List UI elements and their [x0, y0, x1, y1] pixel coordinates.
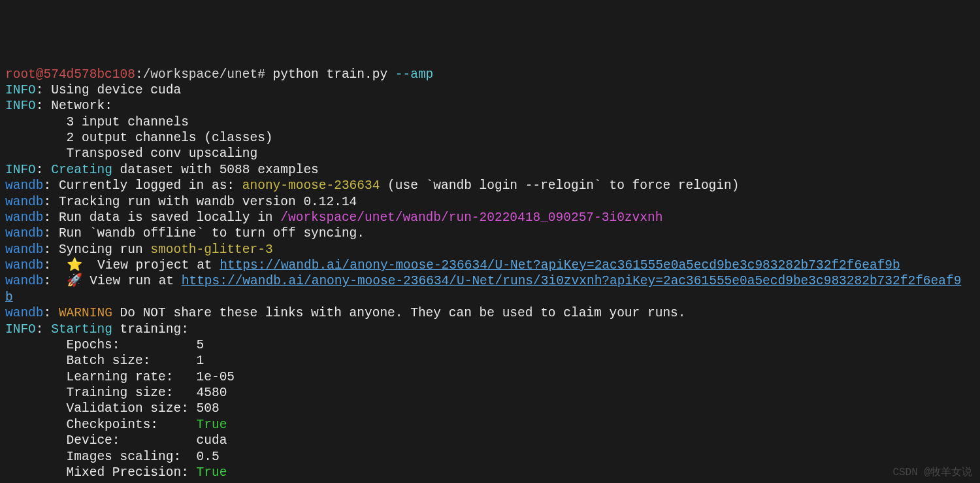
- param-val: 508: [197, 401, 220, 416]
- param-line: Checkpoints: True: [5, 418, 227, 432]
- viewrun-link[interactable]: https://wandb.ai/anony-moose-236634/U-Ne…: [182, 274, 962, 288]
- network-detail: 3 input channels: [5, 115, 189, 129]
- param-key: Batch size:: [5, 354, 197, 368]
- param-line: Batch size: 1: [5, 354, 204, 368]
- rundata-path: /workspace/unet/wandb/run-20220418_09025…: [280, 210, 662, 225]
- info-line: INFO: Network:: [5, 99, 112, 113]
- network-detail: Transposed conv upscaling: [5, 146, 257, 161]
- colon: :: [36, 83, 51, 97]
- info-label: INFO: [5, 322, 36, 337]
- param-val: 5: [197, 338, 204, 352]
- info-line: INFO: Starting training:: [5, 322, 189, 337]
- terminal: root@574d578bc108:/workspace/unet# pytho…: [5, 67, 975, 484]
- colon: :: [36, 163, 51, 177]
- param-key: Checkpoints:: [5, 418, 197, 432]
- info-line: INFO: Using device cuda: [5, 83, 181, 97]
- param-line: Training size: 4580: [5, 386, 227, 400]
- info-network-text: Network:: [51, 99, 112, 113]
- prompt-line: root@574d578bc108:/workspace/unet# pytho…: [5, 67, 433, 82]
- command-flag: --amp: [395, 67, 434, 82]
- info-label: INFO: [5, 99, 36, 113]
- param-key: Training size:: [5, 386, 197, 400]
- param-line: Images scaling: 0.5: [5, 450, 220, 464]
- wandb-line: wandb: Currently logged in as: anony-moo…: [5, 178, 739, 193]
- wandb-label: wandb: [5, 226, 44, 241]
- wandb-label: wandb: [5, 242, 44, 257]
- colon: :: [44, 226, 59, 241]
- wandb-label: wandb: [5, 258, 44, 273]
- wandb-line: wandb: 🚀 View run at https://wandb.ai/an…: [5, 274, 961, 288]
- command-text: python train.py: [265, 67, 395, 82]
- param-val: 1: [197, 354, 204, 368]
- rundata-pre: Run data is saved locally in: [59, 210, 280, 225]
- login-pre: Currently logged in as:: [59, 178, 242, 193]
- colon: :: [36, 99, 51, 113]
- wandb-label: wandb: [5, 306, 44, 320]
- param-line: Validation size: 508: [5, 401, 220, 416]
- login-user: anony-moose-236634: [242, 178, 380, 193]
- param-key: Images scaling:: [5, 450, 197, 464]
- param-val: 0.5: [197, 450, 220, 464]
- sync-pre: Syncing run: [59, 242, 150, 257]
- param-key: Learning rate:: [5, 370, 197, 384]
- warning-rest: Do NOT share these links with anyone. Th…: [112, 306, 686, 320]
- colon: :: [44, 178, 59, 193]
- wandb-label: wandb: [5, 274, 44, 288]
- viewproj-link[interactable]: https://wandb.ai/anony-moose-236634/U-Ne…: [220, 258, 900, 273]
- param-val: cuda: [197, 433, 227, 448]
- offline-text: Run `wandb offline` to turn off syncing.: [59, 226, 365, 241]
- viewproj-pre: ⭐ View project at: [59, 258, 220, 273]
- wandb-line: wandb: ⭐ View project at https://wandb.a…: [5, 258, 900, 273]
- param-val: 4580: [197, 386, 227, 400]
- watermark: CSDN @牧羊女说: [892, 466, 972, 479]
- starting-rest: training:: [112, 322, 189, 337]
- wandb-line: wandb: Run data is saved locally in /wor…: [5, 210, 662, 225]
- info-line: INFO: Creating dataset with 5088 example…: [5, 163, 319, 177]
- user-host: root@574d578bc108: [5, 67, 135, 82]
- param-val: True: [197, 418, 227, 432]
- wandb-line: wandb: WARNING Do NOT share these links …: [5, 306, 686, 320]
- param-key: Epochs:: [5, 338, 197, 352]
- info-label: INFO: [5, 163, 36, 177]
- info-label: INFO: [5, 83, 36, 97]
- creating-kw: Creating: [51, 163, 112, 177]
- param-val: 1e-05: [197, 370, 235, 384]
- param-key: Validation size:: [5, 401, 197, 416]
- viewrun-pre: 🚀 View run at: [59, 274, 182, 288]
- starting-kw: Starting: [51, 322, 112, 337]
- param-line: Mixed Precision: True: [5, 465, 227, 480]
- param-line: Device: cuda: [5, 433, 227, 448]
- param-key: Mixed Precision:: [5, 465, 197, 480]
- viewrun-link-cont[interactable]: b: [5, 290, 13, 305]
- param-line: Learning rate: 1e-05: [5, 370, 235, 384]
- colon: :: [44, 306, 59, 320]
- colon: :: [44, 210, 59, 225]
- creating-rest: dataset with 5088 examples: [112, 163, 319, 177]
- info-device-text: Using device cuda: [51, 83, 181, 97]
- colon: :: [44, 274, 59, 288]
- param-key: Device:: [5, 433, 197, 448]
- warning-kw: WARNING: [59, 306, 112, 320]
- wandb-label: wandb: [5, 195, 44, 209]
- sync-name: smooth-glitter-3: [150, 242, 272, 257]
- colon: :: [36, 322, 51, 337]
- wandb-label: wandb: [5, 178, 44, 193]
- wandb-line: wandb: Syncing run smooth-glitter-3: [5, 242, 273, 257]
- wandb-line: wandb: Run `wandb offline` to turn off s…: [5, 226, 365, 241]
- login-post: (use `wandb login --relogin` to force re…: [380, 178, 739, 193]
- colon: :: [44, 195, 59, 209]
- param-val: True: [197, 465, 227, 480]
- colon: :: [44, 242, 59, 257]
- param-line: Epochs: 5: [5, 338, 204, 352]
- tracking-text: Tracking run with wandb version 0.12.14: [59, 195, 357, 209]
- colon: :: [44, 258, 59, 273]
- wandb-label: wandb: [5, 210, 44, 225]
- prompt-path: :/workspace/unet#: [135, 67, 265, 82]
- wandb-line: wandb: Tracking run with wandb version 0…: [5, 195, 357, 209]
- network-detail: 2 output channels (classes): [5, 131, 273, 145]
